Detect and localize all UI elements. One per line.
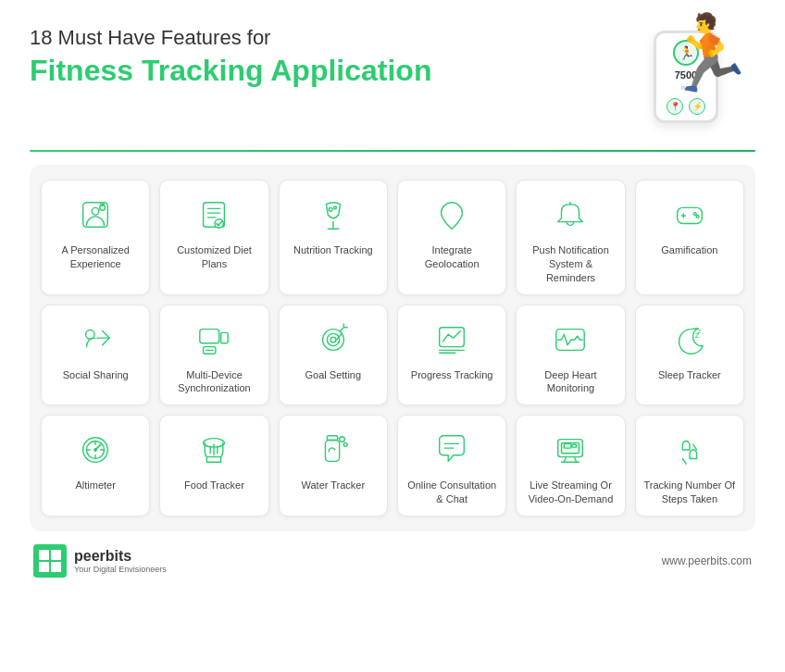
header-text: 18 Must Have Features for Fitness Tracki… xyxy=(30,26,431,88)
feature-label-goal: Goal Setting xyxy=(305,368,362,382)
feature-icon-progress xyxy=(430,318,473,361)
svg-point-24 xyxy=(330,337,336,342)
header: 18 Must Have Features for Fitness Tracki… xyxy=(30,26,755,128)
feature-icon-push xyxy=(549,193,592,236)
feature-card-geolocation: Integrate Geolocation xyxy=(397,180,506,295)
feature-icon-goal xyxy=(312,318,355,361)
feature-icon-sleep: zz xyxy=(668,318,711,361)
divider xyxy=(30,150,755,152)
feature-label-social: Social Sharing xyxy=(63,368,129,382)
feature-label-nutrition: Nutrition Tracking xyxy=(293,243,373,257)
feature-card-nutrition: Nutrition Tracking xyxy=(279,180,388,295)
svg-point-14 xyxy=(693,213,696,216)
svg-point-10 xyxy=(447,208,456,218)
feature-label-heart: Deep Heart Monitoring xyxy=(524,368,617,396)
feature-icon-live xyxy=(549,429,592,471)
feature-icon-food xyxy=(193,429,235,471)
feature-card-social: Social Sharing xyxy=(41,305,150,406)
footer: peerbits Your Digital Envisioneers www.p… xyxy=(30,544,755,578)
svg-rect-42 xyxy=(327,436,337,441)
feature-card-steps: Tracking Number Of Steps Taken xyxy=(635,415,744,516)
svg-point-1 xyxy=(92,207,99,215)
svg-point-45 xyxy=(343,443,347,447)
feature-label-steps: Tracking Number Of Steps Taken xyxy=(643,479,736,506)
logo-name: peerbits xyxy=(74,548,167,565)
feature-icon-multidevice xyxy=(193,318,235,361)
feature-card-altimeter: Altimeter xyxy=(41,415,150,516)
svg-point-9 xyxy=(333,206,336,209)
feature-card-progress: Progress Tracking xyxy=(397,305,506,406)
feature-label-multidevice: Multi-Device Synchronization xyxy=(168,368,260,396)
header-subtitle: 18 Must Have Features for xyxy=(30,26,431,50)
svg-point-22 xyxy=(322,329,343,350)
feature-icon-nutrition xyxy=(312,193,355,236)
feature-label-altimeter: Altimeter xyxy=(75,479,115,492)
feature-icon-steps xyxy=(668,429,711,471)
logo-sq1 xyxy=(39,550,49,560)
feature-label-gamification: Gamification xyxy=(661,243,717,257)
svg-rect-18 xyxy=(200,329,219,342)
features-section: A Personalized ExperienceCustomized Diet… xyxy=(30,165,755,531)
feature-icon-altimeter xyxy=(74,429,117,471)
feature-label-diet: Customized Diet Plans xyxy=(168,243,260,271)
svg-rect-43 xyxy=(325,441,339,462)
feature-icon-water xyxy=(312,429,355,471)
feature-card-multidevice: Multi-Device Synchronization xyxy=(159,305,268,406)
feature-label-personalized: A Personalized Experience xyxy=(49,243,142,271)
feature-label-geolocation: Integrate Geolocation xyxy=(405,243,498,271)
feature-label-push: Push Notification System & Reminders xyxy=(524,243,617,285)
logo-sq4 xyxy=(51,562,61,572)
feature-card-food: Food Tracker xyxy=(159,415,268,516)
feature-icon-chat xyxy=(430,429,473,471)
feature-label-sleep: Sleep Tracker xyxy=(658,368,721,382)
logo-sq2 xyxy=(51,550,61,560)
svg-point-44 xyxy=(339,437,344,442)
feature-card-water: Water Tracker xyxy=(279,415,388,516)
feature-label-food: Food Tracker xyxy=(184,479,244,492)
features-grid: A Personalized ExperienceCustomized Diet… xyxy=(41,180,744,516)
feature-card-goal: Goal Setting xyxy=(279,305,388,406)
feature-card-push: Push Notification System & Reminders xyxy=(516,180,625,295)
svg-point-16 xyxy=(86,330,95,339)
svg-point-8 xyxy=(329,207,332,211)
logo-tagline: Your Digital Envisioneers xyxy=(74,565,167,574)
header-image: 🏃 7500 run 📍 ⚡ 🏃 xyxy=(607,26,755,128)
feature-icon-geolocation xyxy=(430,193,473,236)
logo-sq3 xyxy=(39,562,49,572)
svg-point-15 xyxy=(696,215,699,218)
feature-card-sleep: zzSleep Tracker xyxy=(635,305,744,406)
feature-icon-social xyxy=(74,318,117,361)
feature-card-live: Live Streaming Or Video-On-Demand xyxy=(516,415,625,516)
svg-point-37 xyxy=(93,448,97,452)
feature-label-live: Live Streaming Or Video-On-Demand xyxy=(524,479,617,506)
header-title: Fitness Tracking Application xyxy=(30,54,431,88)
feature-card-personalized: A Personalized Experience xyxy=(41,180,150,295)
feature-card-diet: Customized Diet Plans xyxy=(159,180,268,295)
feature-label-chat: Online Consultation & Chat xyxy=(405,479,498,506)
logo-area: peerbits Your Digital Envisioneers xyxy=(33,544,167,578)
feature-label-progress: Progress Tracking xyxy=(411,368,493,382)
feature-card-chat: Online Consultation & Chat xyxy=(397,415,506,516)
svg-text:z: z xyxy=(697,327,701,335)
feature-icon-heart xyxy=(549,318,592,361)
feature-icon-gamification xyxy=(668,193,711,236)
feature-icon-diet xyxy=(193,193,235,236)
svg-rect-19 xyxy=(221,332,229,342)
feature-label-water: Water Tracker xyxy=(301,479,365,492)
logo-icon-inner xyxy=(39,550,61,572)
main-container: 18 Must Have Features for Fitness Tracki… xyxy=(0,0,785,672)
feature-card-heart: Deep Heart Monitoring xyxy=(516,305,625,406)
website-url: www.peerbits.com xyxy=(662,554,752,567)
logo-icon xyxy=(33,544,67,578)
feature-card-gamification: Gamification xyxy=(635,180,744,295)
feature-icon-personalized xyxy=(74,193,117,236)
logo-text-area: peerbits Your Digital Envisioneers xyxy=(74,548,167,574)
runner-figure: 🏃 xyxy=(663,17,755,91)
